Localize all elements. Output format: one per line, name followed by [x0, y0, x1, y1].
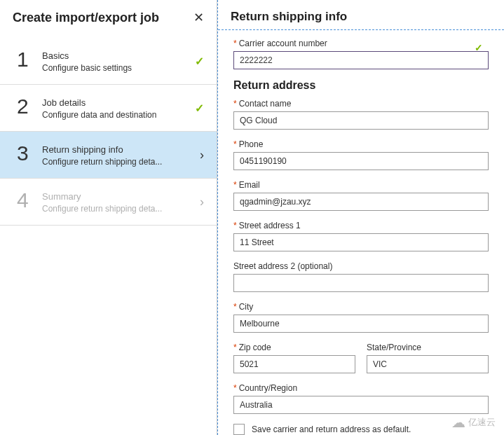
zip-input[interactable]	[233, 355, 355, 373]
step-basics[interactable]: 1 Basics Configure basic settings ✓	[0, 38, 217, 85]
step-number: 3	[17, 143, 42, 164]
chevron-right-icon: ›	[200, 195, 204, 209]
required-icon: *	[233, 139, 237, 149]
required-icon: *	[233, 39, 237, 48]
check-icon: ✓	[195, 102, 204, 115]
wizard-sidebar: Create import/export job ✕ 1 Basics Conf…	[0, 0, 217, 435]
form-panel: Return shipping info *Carrier account nu…	[217, 0, 504, 435]
chevron-right-icon: ›	[200, 148, 204, 163]
contact-input[interactable]	[233, 111, 489, 130]
required-icon: *	[233, 180, 237, 190]
check-icon: ✓	[475, 42, 483, 53]
street2-input[interactable]	[233, 274, 489, 292]
carrier-label: *Carrier account number	[233, 39, 489, 48]
step-text: Basics Configure basic settings	[42, 49, 205, 73]
close-icon[interactable]: ✕	[193, 10, 204, 25]
required-icon: *	[233, 302, 237, 312]
step-subtitle: Configure basic settings	[42, 63, 175, 73]
required-icon: *	[233, 221, 237, 230]
street2-label: Street address 2 (optional)	[233, 261, 489, 271]
step-number: 4	[17, 190, 42, 211]
city-label: *City	[233, 302, 489, 312]
country-label: *Country/Region	[233, 383, 489, 393]
step-text: Job details Configure data and destinati…	[42, 96, 205, 120]
check-icon: ✓	[195, 55, 204, 68]
watermark-text: 亿速云	[468, 416, 496, 429]
phone-input[interactable]	[233, 152, 489, 170]
field-street2: Street address 2 (optional)	[233, 261, 489, 292]
step-summary[interactable]: 4 Summary Configure return shipping deta…	[0, 179, 217, 226]
form-title: Return shipping info	[231, 10, 491, 24]
step-subtitle: Configure data and destination	[42, 110, 175, 120]
field-country: *Country/Region	[233, 383, 489, 414]
field-phone: *Phone	[233, 139, 489, 170]
city-input[interactable]	[233, 315, 489, 333]
return-address-heading: Return address	[233, 79, 489, 92]
step-subtitle: Configure return shipping deta...	[42, 204, 175, 214]
save-default-row: Save carrier and return address as defau…	[233, 424, 489, 435]
state-input[interactable]	[367, 355, 489, 373]
step-text: Return shipping info Configure return sh…	[42, 143, 205, 167]
field-state: State/Province	[367, 343, 489, 373]
zip-label: *Zip code	[233, 343, 355, 352]
step-number: 2	[17, 96, 42, 117]
step-return-shipping[interactable]: 3 Return shipping info Configure return …	[0, 132, 217, 179]
required-icon: *	[233, 99, 237, 109]
state-label: State/Province	[367, 343, 489, 352]
field-zip: *Zip code	[233, 343, 355, 373]
required-icon: *	[233, 383, 237, 393]
step-title: Basics	[42, 50, 205, 61]
watermark: ☁ 亿速云	[451, 414, 496, 431]
street1-input[interactable]	[233, 233, 489, 251]
cloud-icon: ☁	[451, 414, 465, 431]
street1-label: *Street address 1	[233, 221, 489, 230]
form-header: Return shipping info	[218, 0, 504, 30]
sidebar-title: Create import/export job	[13, 11, 159, 25]
save-default-checkbox[interactable]	[233, 424, 245, 435]
step-number: 1	[17, 49, 42, 70]
step-job-details[interactable]: 2 Job details Configure data and destina…	[0, 85, 217, 132]
save-default-label: Save carrier and return address as defau…	[252, 424, 411, 434]
step-title: Summary	[42, 191, 205, 202]
carrier-input[interactable]	[233, 51, 489, 69]
phone-label: *Phone	[233, 139, 489, 149]
required-icon: *	[233, 343, 237, 352]
field-contact: *Contact name	[233, 99, 489, 130]
form-body: *Carrier account number ✓ Return address…	[218, 30, 504, 435]
zip-state-row: *Zip code State/Province	[233, 343, 489, 383]
country-input[interactable]	[233, 396, 489, 414]
field-carrier: *Carrier account number ✓	[233, 39, 489, 69]
field-city: *City	[233, 302, 489, 333]
step-list: 1 Basics Configure basic settings ✓ 2 Jo…	[0, 32, 217, 226]
step-title: Return shipping info	[42, 144, 205, 155]
field-email: *Email	[233, 180, 489, 211]
step-title: Job details	[42, 97, 205, 108]
step-text: Summary Configure return shipping deta..…	[42, 190, 205, 214]
email-input[interactable]	[233, 193, 489, 211]
contact-label: *Contact name	[233, 99, 489, 109]
step-subtitle: Configure return shipping deta...	[42, 157, 175, 167]
email-label: *Email	[233, 180, 489, 190]
sidebar-header: Create import/export job ✕	[0, 0, 217, 32]
field-street1: *Street address 1	[233, 221, 489, 251]
